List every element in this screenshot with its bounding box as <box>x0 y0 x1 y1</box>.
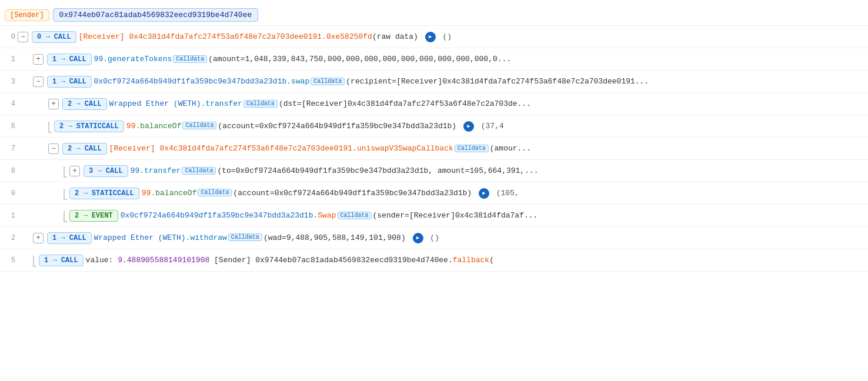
row-7-content: [Receiver] 0x4c381d4fda7afc274f53a6f48e7… <box>109 144 864 153</box>
toggle-0[interactable]: − <box>18 32 28 42</box>
func-withdraw: withdraw <box>190 233 226 242</box>
line-num-6: 6 <box>4 122 15 131</box>
row-1-content: 99.generateTokensCalldata(amount=1,048,3… <box>94 55 864 63</box>
receiver-label-7: [Receiver] 0x4c381d4fda7afc274f53a6f48e7… <box>109 144 357 153</box>
depth-badge-0b: 2 → STATICCALL <box>69 188 139 199</box>
sender-address: 0x9744eb07ac81adab4569832eecd9319be4d740… <box>53 8 259 22</box>
result-6: (37,4 <box>481 121 504 130</box>
depth-badge-0: 0 → CALL <box>32 31 76 43</box>
func-0xe58250fd: 0xe58250fd <box>326 32 372 41</box>
contract-99-6: 99. <box>126 121 140 130</box>
func-balanceof-6: balanceOf <box>140 121 181 130</box>
line-num-4: 4 <box>4 100 15 108</box>
trace-row-2: 2 + 1 → CALL Wrapped Ether (WETH).withdr… <box>0 227 868 249</box>
weth-label-4: Wrapped Ether (WETH). <box>109 99 206 108</box>
calldata-badge-1b[interactable]: Calldata <box>338 212 372 219</box>
value-amount: 9.488905588149101908 <box>118 256 209 265</box>
func-uniswap: uniswapV3SwapCallback <box>357 144 453 153</box>
toggle-2[interactable]: + <box>33 233 44 243</box>
func-fallback: fallback <box>453 256 489 265</box>
row-2-content: Wrapped Ether (WETH).withdrawCalldata(wa… <box>94 233 864 243</box>
trace-row-7: 7 − 2 → CALL [Receiver] 0x4c381d4fda7afc… <box>0 138 868 160</box>
play-btn-0[interactable]: ▶ <box>425 32 436 42</box>
depth-badge-7: 2 → CALL <box>62 143 107 155</box>
depth-badge-4: 2 → CALL <box>62 98 107 110</box>
trace-row-0: 0 − 0 → CALL [Receiver] 0x4c381d4fda7afc… <box>0 26 868 48</box>
trace-row-3: 3 − 1 → CALL 0x0cf9724a664b949df1fa359bc… <box>0 71 868 93</box>
calldata-badge-4[interactable]: Calldata <box>243 100 278 108</box>
receiver-label: [Receiver] 0x4c381d4fda7afc274f53a6f48e7… <box>79 32 326 41</box>
depth-badge-2: 1 → CALL <box>47 232 92 244</box>
trace-row-5: 5 1 → CALL value: 9.488905588149101908 [… <box>0 249 868 272</box>
row-6-content: 99.balanceOfCalldata(account=0x0cf9724a6… <box>126 121 864 132</box>
line-num-0: 0 <box>4 33 15 41</box>
depth-badge-8: 3 → CALL <box>84 165 128 177</box>
row-4-content: Wrapped Ether (WETH).transferCalldata(ds… <box>109 99 864 108</box>
calldata-badge-0b[interactable]: Calldata <box>198 189 232 196</box>
sender-row: [Sender] 0x9744eb07ac81adab4569832eecd93… <box>0 5 868 26</box>
toggle-4[interactable]: + <box>48 99 59 109</box>
func-swap: swap <box>291 77 309 86</box>
depth-badge-5: 1 → CALL <box>39 255 84 266</box>
depth-badge-1: 1 → CALL <box>47 54 92 65</box>
calldata-badge-3[interactable]: Calldata <box>311 78 345 85</box>
play-btn-2[interactable]: ▶ <box>413 233 423 243</box>
toggle-3[interactable]: − <box>33 76 44 87</box>
play-btn-0b[interactable]: ▶ <box>479 188 489 199</box>
calldata-badge-6[interactable]: Calldata <box>182 122 216 129</box>
weth-label-2: Wrapped Ether (WETH). <box>94 233 191 242</box>
result-0b: (105, <box>496 188 519 197</box>
toggle-1[interactable]: + <box>33 54 44 65</box>
toggle-8[interactable]: + <box>69 166 80 176</box>
trace-row-8: 8 + 3 → CALL 99.transferCalldata(to=0x0c… <box>0 160 868 182</box>
contract-swap-addr: 0x0cf9724a664b949df1fa359bc9e347bdd3a23d… <box>94 77 291 86</box>
row-0b-content: 99.balanceOfCalldata(account=0x0cf9724a6… <box>142 188 864 199</box>
row-3-content: 0x0cf9724a664b949df1fa359bc9e347bdd3a23d… <box>94 77 864 86</box>
value-label: value: <box>86 256 118 265</box>
depth-badge-1b: 2 → EVENT <box>69 210 118 222</box>
row-0-content: [Receiver] 0x4c381d4fda7afc274f53a6f48e7… <box>79 32 864 42</box>
sender-badge[interactable]: [Sender] <box>5 9 49 21</box>
func-transfer-8: transfer <box>144 166 181 175</box>
line-num-5: 5 <box>4 256 15 265</box>
calldata-badge-1[interactable]: Calldata <box>173 55 207 63</box>
contract-99-1: 99. <box>94 55 108 63</box>
calldata-badge-8[interactable]: Calldata <box>182 167 216 175</box>
trace-row-4: 4 + 2 → CALL Wrapped Ether (WETH).transf… <box>0 93 868 115</box>
line-num-8: 8 <box>4 167 15 175</box>
line-num-0b: 0 <box>4 189 15 198</box>
depth-badge-3: 1 → CALL <box>47 76 92 88</box>
play-btn-6[interactable]: ▶ <box>463 121 474 132</box>
row-8-content: 99.transferCalldata(to=0x0cf9724a664b949… <box>131 166 864 175</box>
trace-row-6: 6 2 → STATICCALL 99.balanceOfCalldata(ac… <box>0 115 868 138</box>
calldata-badge-7[interactable]: Calldata <box>455 145 489 152</box>
calldata-badge-2[interactable]: Calldata <box>228 233 262 241</box>
result-2: () <box>430 233 439 242</box>
result-0: () <box>443 32 452 41</box>
trace-row-1: 1 + 1 → CALL 99.generateTokensCalldata(a… <box>0 48 868 71</box>
func-swap-event: Swap <box>318 211 336 220</box>
toggle-7[interactable]: − <box>48 143 59 154</box>
depth-badge-6: 2 → STATICCALL <box>54 121 124 132</box>
event-addr: 0x0cf9724a664b949df1fa359bc9e347bdd3a23d… <box>121 211 318 220</box>
func-balanceof-0b: balanceOf <box>155 188 196 197</box>
func-generateTokens: generateTokens <box>108 55 172 63</box>
trace-container: [Sender] 0x9744eb07ac81adab4569832eecd93… <box>0 0 868 381</box>
contract-99-8: 99. <box>131 166 144 175</box>
func-transfer: transfer <box>205 99 242 108</box>
line-num-7: 7 <box>4 145 15 153</box>
trace-row-0b: 0 2 → STATICCALL 99.balanceOfCalldata(ac… <box>0 182 868 205</box>
line-num-2: 2 <box>4 234 15 242</box>
line-num-3: 3 <box>4 78 15 86</box>
line-num-1b: 1 <box>4 212 15 220</box>
row-5-content: value: 9.488905588149101908 [Sender] 0x9… <box>86 256 864 265</box>
sender-section: [Sender] 0x9744eb07ac81adab4569832eecd93… <box>209 256 452 265</box>
line-num-1: 1 <box>4 55 15 63</box>
trace-row-1b: 1 2 → EVENT 0x0cf9724a664b949df1fa359bc9… <box>0 205 868 227</box>
row-1b-content: 0x0cf9724a664b949df1fa359bc9e347bdd3a23d… <box>121 211 864 220</box>
contract-99-0b: 99. <box>142 188 155 197</box>
